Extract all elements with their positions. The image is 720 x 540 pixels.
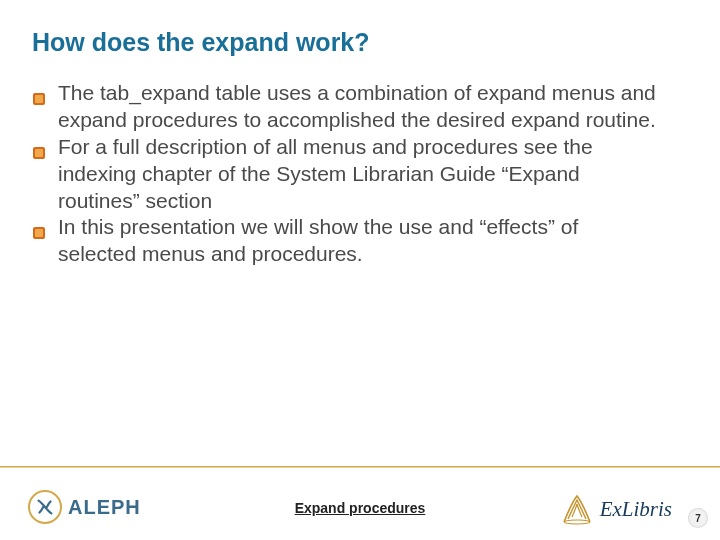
bullet-icon [32,86,46,100]
svg-rect-1 [35,95,43,103]
list-item: The tab_expand table uses a combination … [58,80,658,134]
bullet-icon [32,140,46,154]
bullet-icon [32,220,46,234]
svg-rect-5 [35,229,43,237]
exlibris-logo: ExLibris [560,492,672,526]
exlibris-logo-text: ExLibris [600,497,672,522]
page-number: 7 [688,508,708,528]
svg-point-6 [564,520,590,524]
svg-rect-3 [35,149,43,157]
list-item: For a full description of all menus and … [58,134,658,215]
exlibris-logo-icon [560,492,594,526]
slide-title: How does the expand work? [32,28,370,57]
list-item: In this presentation we will show the us… [58,214,658,268]
bullet-list: The tab_expand table uses a combination … [58,80,658,268]
bullet-text: The tab_expand table uses a combination … [58,81,656,131]
bullet-text: For a full description of all menus and … [58,135,593,212]
footer: ALEPH Expand procedures ExLibris 7 [0,468,720,540]
slide: How does the expand work? The tab_expand… [0,0,720,540]
bullet-text: In this presentation we will show the us… [58,215,578,265]
